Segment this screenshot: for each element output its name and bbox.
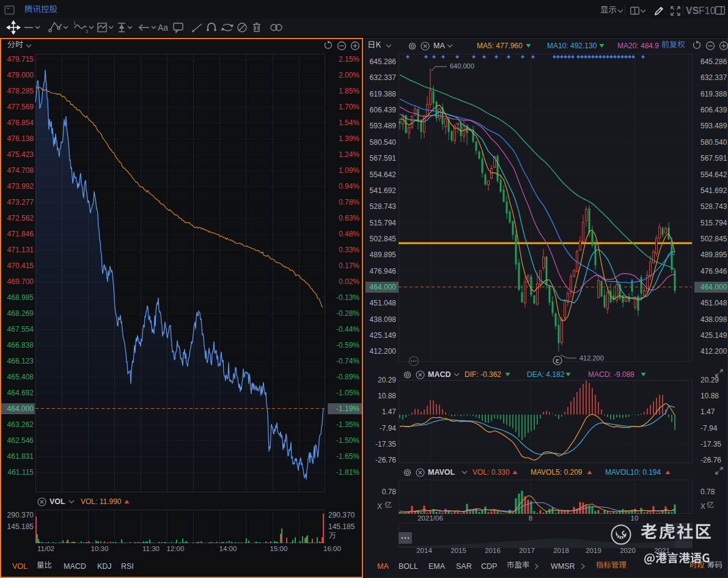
svg-text:1: 1 <box>73 21 76 25</box>
svg-text:E: E <box>556 358 559 364</box>
svg-text:Aa: Aa <box>158 23 168 32</box>
svg-text:3: 3 <box>86 29 88 34</box>
